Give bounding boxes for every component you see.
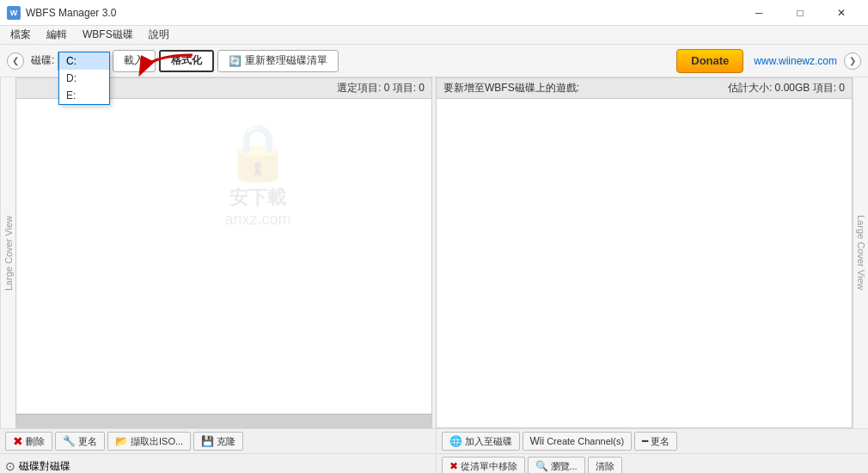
extract-label: 擷取出ISO... <box>131 435 183 448</box>
left-panel-progress <box>16 414 431 427</box>
dropdown-item-d[interactable]: D: <box>59 70 109 87</box>
toolbar: ❮ 磁碟: C: D: E: ▼ 載入 格式化 🔄 重新整理磁碟清單 Donat… <box>0 45 868 77</box>
bottom-actions: ✖ 刪除 🔧 更名 📂 擷取出ISO... 💾 克隆 🌐 加入至磁碟 Wii C… <box>0 428 868 453</box>
delete-icon: ✖ <box>13 434 23 448</box>
remove-icon: ✖ <box>449 460 458 472</box>
add-icon: 🌐 <box>449 435 462 447</box>
app-title: WBFS Manager 3.0 <box>26 7 116 19</box>
left-panel-status: 選定項目: 0 項目: 0 <box>337 81 425 95</box>
nav-right-button[interactable]: ❯ <box>844 52 861 70</box>
reorg-icon: 🔄 <box>229 55 241 67</box>
disk2disk-icon: ⊙ <box>5 459 15 473</box>
disk-label: 磁碟: <box>31 53 54 68</box>
browse-button[interactable]: 🔍 瀏覽... <box>528 457 585 473</box>
right-side-label: Large Cover View <box>853 77 868 428</box>
reorg-label: 重新整理磁碟清單 <box>245 53 327 68</box>
rename-left-icon: 🔧 <box>63 435 76 447</box>
right-panel-content <box>437 99 852 427</box>
channel-icon: Wii <box>530 435 545 447</box>
add-label: 加入至磁碟 <box>465 435 512 448</box>
bottom-actions2: ⊙ 磁碟對磁碟 ✖ 從清單中移除 🔍 瀏覽... 清除 <box>0 453 868 473</box>
create-channel-button[interactable]: Wii Create Channel(s) <box>523 432 633 451</box>
update-icon: ━ <box>642 435 648 447</box>
remove-label: 從清單中移除 <box>461 460 517 473</box>
menu-edit[interactable]: 編輯 <box>40 26 74 44</box>
clone-button[interactable]: 💾 克隆 <box>193 432 243 451</box>
right-panel-header: 要新增至WBFS磁碟上的遊戲: 估計大小: 0.00GB 項目: 0 <box>437 78 852 99</box>
right-actions-row: 🌐 加入至磁碟 Wii Create Channel(s) ━ 更名 <box>436 429 869 453</box>
close-button[interactable]: ✕ <box>822 0 861 26</box>
left-panel-content <box>16 99 431 414</box>
delete-label: 刪除 <box>26 435 45 448</box>
clone-icon: 💾 <box>201 435 214 447</box>
window-controls: ─ □ ✕ <box>739 0 861 26</box>
clone-label: 克隆 <box>217 435 235 448</box>
clear-button[interactable]: 清除 <box>588 457 622 473</box>
nav-left-button[interactable]: ❮ <box>7 52 24 70</box>
delete-button[interactable]: ✖ 刪除 <box>5 432 52 451</box>
disk2disk-row: ⊙ 磁碟對磁碟 <box>0 454 432 473</box>
main-content: Large Cover View 選定項目: 0 項目: 0 要新增至WBFS磁… <box>0 77 868 428</box>
maximize-button[interactable]: □ <box>780 0 820 26</box>
clear-label: 清除 <box>596 460 614 473</box>
update-button[interactable]: ━ 更名 <box>634 432 677 451</box>
right-panel-status: 估計大小: 0.00GB 項目: 0 <box>728 81 845 95</box>
browse-icon: 🔍 <box>535 460 548 472</box>
menu-file[interactable]: 檔案 <box>3 26 38 44</box>
donate-button[interactable]: Donate <box>676 49 743 73</box>
update-label: 更名 <box>651 435 669 448</box>
title-bar: W WBFS Manager 3.0 ─ □ ✕ <box>0 0 868 26</box>
disk2disk-label: 磁碟對磁碟 <box>19 459 70 474</box>
remove-from-list-button[interactable]: ✖ 從清單中移除 <box>442 457 525 473</box>
menu-wbfs-disk[interactable]: WBFS磁碟 <box>76 26 140 44</box>
rename-left-button[interactable]: 🔧 更名 <box>55 432 105 451</box>
disk-dropdown[interactable]: C: D: E: <box>58 52 110 105</box>
panels-wrapper: 選定項目: 0 項目: 0 要新增至WBFS磁碟上的遊戲: 估計大小: 0.00… <box>15 77 853 428</box>
reorg-button[interactable]: 🔄 重新整理磁碟清單 <box>217 50 339 72</box>
menu-bar: 檔案 編輯 WBFS磁碟 說明 <box>0 26 868 45</box>
extract-icon: 📂 <box>115 435 128 447</box>
title-bar-left: W WBFS Manager 3.0 <box>7 6 116 20</box>
right-actions-row2: ✖ 從清單中移除 🔍 瀏覽... 清除 <box>436 454 869 473</box>
right-panel-title: 要新增至WBFS磁碟上的遊戲: <box>443 81 579 95</box>
dropdown-item-e[interactable]: E: <box>59 87 109 104</box>
menu-help[interactable]: 說明 <box>142 26 176 44</box>
channel-label: Create Channel(s) <box>547 436 624 446</box>
extract-button[interactable]: 📂 擷取出ISO... <box>107 432 191 451</box>
app-icon: W <box>7 6 21 20</box>
right-panel: 要新增至WBFS磁碟上的遊戲: 估計大小: 0.00GB 項目: 0 <box>436 77 853 428</box>
browse-label: 瀏覽... <box>551 460 578 473</box>
rename-left-label: 更名 <box>78 435 97 448</box>
add-to-disk-button[interactable]: 🌐 加入至磁碟 <box>442 432 520 451</box>
minimize-button[interactable]: ─ <box>739 0 779 26</box>
left-side-label: Large Cover View <box>0 77 15 428</box>
load-button[interactable]: 載入 <box>113 50 156 72</box>
dropdown-item-c[interactable]: C: <box>59 52 109 70</box>
website-link[interactable]: www.wiinewz.com <box>754 55 837 67</box>
left-actions-row: ✖ 刪除 🔧 更名 📂 擷取出ISO... 💾 克隆 <box>0 429 432 453</box>
format-button[interactable]: 格式化 <box>159 50 214 72</box>
left-panel: 選定項目: 0 項目: 0 <box>15 77 432 428</box>
